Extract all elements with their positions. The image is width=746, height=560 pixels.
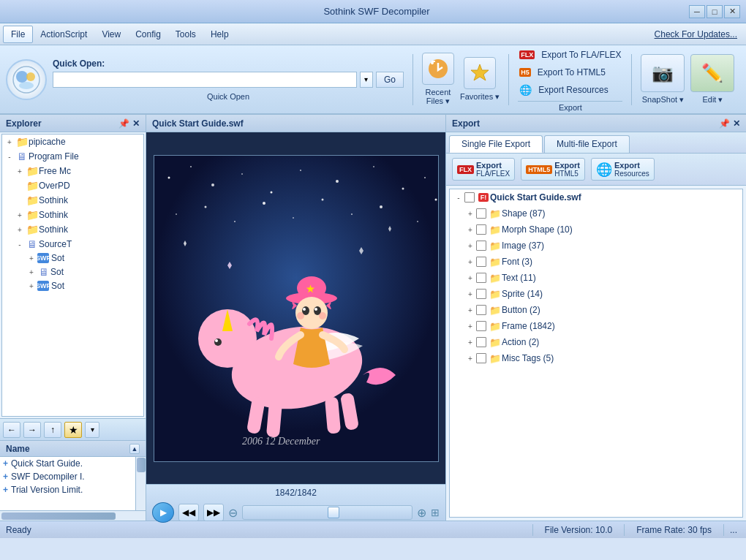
exp-expand-button[interactable]: + (464, 304, 476, 316)
nav-forward-button[interactable]: → (23, 422, 41, 438)
tree-item-sot1[interactable]: + SWF Sot (2, 251, 143, 265)
expand-freemc[interactable]: + (14, 165, 26, 177)
exp-tree-font[interactable]: + 📁 Font (3) (450, 254, 742, 270)
recent-files-button[interactable] (422, 53, 454, 85)
zoom-in-button[interactable]: ⊕ (417, 506, 426, 520)
nav-favorites-button[interactable]: ★ (64, 422, 82, 438)
exp-tree-morph[interactable]: + 📁 Morph Shape (10) (450, 222, 742, 238)
exp-expand-font[interactable]: + (464, 256, 476, 268)
maximize-button[interactable]: □ (707, 5, 723, 18)
menu-item-file[interactable]: File (3, 26, 33, 43)
exp-expand-morph[interactable]: + (464, 224, 476, 235)
exp-check-image[interactable] (476, 241, 486, 251)
zoom-out-button[interactable]: ⊖ (228, 506, 238, 520)
export-pin-button[interactable]: 📌 (719, 118, 730, 129)
exp-tree-action[interactable]: + 📁 Action (2) (450, 334, 742, 350)
exp-expand-sprite[interactable]: + (464, 288, 476, 300)
explorer-tree[interactable]: + 📁 pipicache - 🖥 Program File + 📁 Free … (1, 134, 144, 417)
exp-resources-button[interactable]: 🌐 Export Resources (591, 158, 655, 181)
horiz-scrollbar[interactable] (0, 510, 146, 521)
tree-item-sot2[interactable]: + 🖥 Sot (2, 265, 143, 279)
file-item-trial[interactable]: + Trial Version Limit. (0, 483, 146, 496)
exp-tree-shape[interactable]: + 📁 Shape (87) (450, 205, 742, 222)
file-item-decompiler[interactable]: + SWF Decompiler I. (0, 470, 146, 483)
exp-tree-misc[interactable]: + 📁 Misc Tags (5) (450, 350, 742, 366)
tree-item-sothink1[interactable]: 📁 Sothink (2, 193, 143, 208)
file-list-scroll[interactable]: + Quick Start Guide. + SWF Decompiler I.… (0, 457, 146, 510)
expand-sothink3[interactable]: + (14, 224, 26, 235)
favorites-button[interactable] (464, 57, 496, 89)
exp-tree-button[interactable]: + 📁 Button (2) (450, 302, 742, 318)
exp-expand-text[interactable]: + (464, 272, 476, 284)
snapshot-button[interactable]: 📷 (641, 54, 685, 92)
expand-sothink2[interactable]: + (14, 209, 26, 221)
explorer-close-button[interactable]: ✕ (132, 118, 140, 129)
play-button[interactable]: ▶ (152, 502, 174, 523)
pin-button[interactable]: 📌 (118, 118, 129, 129)
exp-tree-sprite[interactable]: + 📁 Sprite (14) (450, 286, 742, 302)
tree-item-pipicache[interactable]: + 📁 pipicache (2, 135, 143, 149)
quick-open-input[interactable] (53, 72, 357, 88)
rewind-button[interactable]: ◀◀ (178, 504, 199, 521)
seek-bar[interactable] (242, 505, 412, 520)
expand-sot2[interactable]: + (26, 266, 37, 278)
exp-fla-flex-button[interactable]: FLX Export FLA/FLEX (452, 158, 515, 181)
expand-pipicache[interactable]: + (4, 136, 15, 148)
exp-expand-shape[interactable]: + (464, 208, 476, 219)
expand-sourcet[interactable]: - (14, 238, 26, 250)
exp-check-action[interactable] (476, 337, 486, 347)
file-item-quickstart[interactable]: + Quick Start Guide. (0, 457, 146, 470)
tree-item-freemc[interactable]: + 📁 Free Mc (2, 164, 143, 178)
exp-check-misc[interactable] (476, 353, 486, 363)
tree-item-sourcet[interactable]: - 🖥 SourceT (2, 237, 143, 251)
nav-back-button[interactable]: ← (3, 422, 20, 438)
exp-expand-frame[interactable]: + (464, 320, 476, 332)
close-button[interactable]: ✕ (724, 5, 740, 18)
file-list-scrollbar[interactable] (135, 457, 146, 510)
tree-item-sot3[interactable]: + SWF Sot (2, 279, 143, 292)
tree-item-sothink3[interactable]: + 📁 Sothink (2, 222, 143, 237)
export-resources-button[interactable]: 🌐 Export Resources (518, 82, 622, 98)
exp-tree-root[interactable]: - F! Quick Start Guide.swf (450, 189, 742, 205)
exp-expand-image[interactable]: + (464, 240, 476, 251)
tree-item-overpd[interactable]: 📁 OverPD (2, 178, 143, 193)
exp-tree-text[interactable]: + 📁 Text (11) (450, 270, 742, 286)
export-close-button[interactable]: ✕ (733, 118, 740, 129)
exp-check-text[interactable] (476, 273, 486, 283)
export-html5-button[interactable]: H5 Export To HTML5 (518, 64, 622, 80)
export-fla-button[interactable]: FLX Export To FLA/FLEX (518, 47, 622, 63)
menu-item-config[interactable]: Config (128, 26, 168, 43)
menu-item-help[interactable]: Help (203, 26, 236, 43)
explorer-tree-scroll[interactable]: + 📁 pipicache - 🖥 Program File + 📁 Free … (2, 135, 143, 416)
exp-html5-button[interactable]: HTML5 Export HTML5 (521, 158, 585, 181)
fastforward-button[interactable]: ▶▶ (203, 504, 224, 521)
exp-check-frame[interactable] (476, 321, 486, 331)
check-updates-link[interactable]: Check For Updates... (655, 29, 743, 39)
minimize-button[interactable]: ─ (689, 5, 705, 18)
nav-up-button[interactable]: ↑ (44, 422, 61, 438)
exp-check-sprite[interactable] (476, 289, 486, 299)
expand-programfiles[interactable]: - (4, 151, 15, 162)
quick-open-dropdown[interactable]: ▾ (360, 72, 373, 88)
exp-expand-action[interactable]: + (464, 336, 476, 348)
resize-button[interactable]: ⊞ (431, 507, 440, 518)
menu-item-tools[interactable]: Tools (168, 26, 203, 43)
export-tree[interactable]: - F! Quick Start Guide.swf + 📁 Shape (87… (449, 189, 743, 518)
tree-item-sothink2[interactable]: + 📁 Sothink (2, 208, 143, 222)
exp-expand-root[interactable]: - (453, 192, 464, 203)
tree-item-programfiles[interactable]: - 🖥 Program File (2, 149, 143, 164)
exp-check-shape[interactable] (476, 208, 486, 219)
exp-check-font[interactable] (476, 257, 486, 267)
edit-button[interactable]: ✏️ (690, 54, 734, 92)
exp-check-button[interactable] (476, 305, 486, 315)
tab-multi-file-export[interactable]: Multi-file Export (544, 135, 630, 153)
go-button[interactable]: Go (376, 72, 404, 88)
exp-tree-frame[interactable]: + 📁 Frame (1842) (450, 318, 742, 334)
exp-check-morph[interactable] (476, 224, 486, 235)
tab-single-file-export[interactable]: Single File Export (449, 135, 543, 153)
nav-dropdown-button[interactable]: ▾ (85, 422, 99, 438)
exp-tree-image[interactable]: + 📁 Image (37) (450, 238, 742, 254)
exp-expand-misc[interactable]: + (464, 352, 476, 364)
menu-item-actionscript[interactable]: ActionScript (33, 26, 94, 43)
menu-item-view[interactable]: View (94, 26, 128, 43)
